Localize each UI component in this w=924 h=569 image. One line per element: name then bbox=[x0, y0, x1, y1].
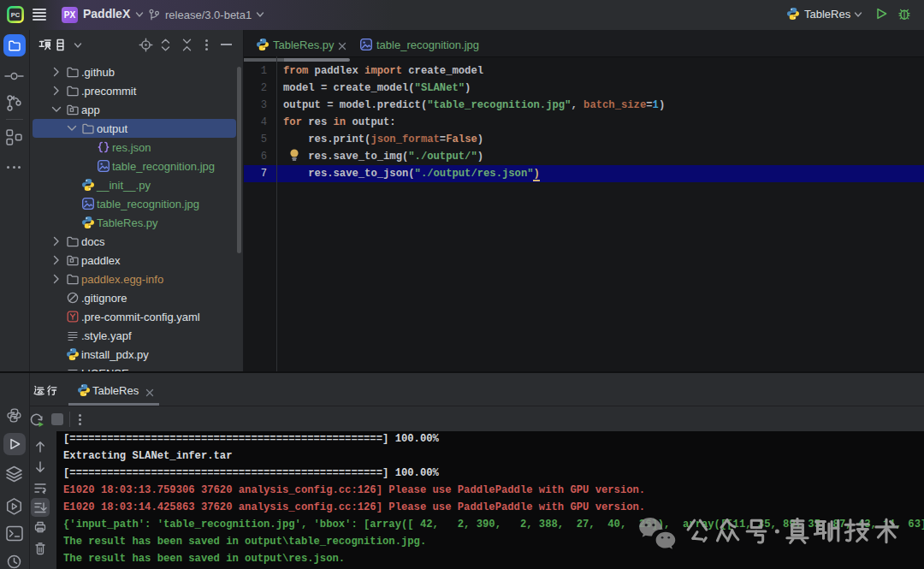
svg-text:PC: PC bbox=[11, 11, 21, 19]
